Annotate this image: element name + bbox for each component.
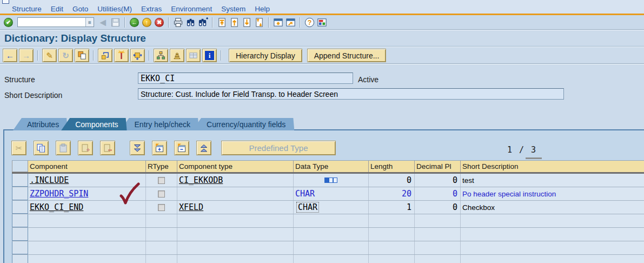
- collapse-button[interactable]: [174, 141, 189, 155]
- documentation-button[interactable]: i: [202, 49, 217, 62]
- display-change-button[interactable]: ✎: [42, 49, 57, 62]
- cell-component-type[interactable]: CI_EKKODB: [177, 174, 294, 187]
- expand-button[interactable]: [152, 141, 167, 155]
- table-row: .INCLUDE CI_EKKODB 0 0 test: [12, 174, 644, 187]
- short-description-input[interactable]: Structure: Cust. Include for Field Trans…: [138, 88, 564, 100]
- move-top-button[interactable]: [196, 141, 211, 155]
- row-selector[interactable]: [12, 201, 28, 214]
- menu-item-edit[interactable]: Edit: [51, 5, 63, 13]
- new-session-button[interactable]: [273, 17, 284, 28]
- header-rtype[interactable]: RType: [146, 161, 177, 172]
- cell-short-description: Checkbox: [461, 201, 644, 214]
- activate-button[interactable]: [114, 49, 129, 62]
- system-toolbar: ✔ ≡ ◀ ← ↑ ✖ ?: [0, 15, 644, 30]
- next-page-button[interactable]: [241, 17, 253, 28]
- first-page-button[interactable]: [216, 17, 228, 28]
- row-selector[interactable]: [12, 187, 28, 200]
- focused-cell-value[interactable]: CHAR: [296, 202, 319, 213]
- print-button[interactable]: [172, 17, 184, 28]
- save-button: [110, 17, 121, 28]
- cell-empty: [369, 228, 415, 241]
- select-block-button[interactable]: [130, 141, 145, 155]
- header-length[interactable]: Length: [369, 161, 415, 172]
- cell-empty: [146, 255, 177, 263]
- previous-page-button[interactable]: [229, 17, 240, 28]
- cell-empty: [28, 228, 146, 241]
- row-selector[interactable]: [12, 255, 28, 263]
- cell-empty: [415, 214, 461, 227]
- cell-data-type[interactable]: CHAR: [294, 201, 369, 214]
- nav-back-button[interactable]: ←: [3, 49, 17, 62]
- find-button[interactable]: [185, 17, 196, 28]
- row-selector[interactable]: [12, 214, 28, 227]
- title-bar: Dictionary: Display Structure: [0, 31, 644, 47]
- create-shortcut-button[interactable]: [285, 17, 296, 28]
- table-row-empty: [12, 241, 644, 255]
- hierarchy-button[interactable]: [154, 49, 168, 62]
- back-button[interactable]: ←: [129, 17, 140, 28]
- menu-item-help[interactable]: Help: [255, 5, 270, 13]
- stack-icon: [172, 50, 182, 61]
- table-row: EKKO_CI_END XFELD CHAR 1 0 Checkbox: [12, 201, 644, 214]
- header-data-type[interactable]: Data Type: [294, 161, 369, 172]
- header-short-description[interactable]: Short Description: [461, 161, 644, 172]
- table-row-empty: [12, 214, 644, 228]
- window-icon: [2, 0, 9, 4]
- menu-item-system[interactable]: System: [221, 5, 245, 13]
- print-icon: [173, 17, 183, 28]
- menu-item-extras[interactable]: Extras: [141, 5, 162, 13]
- select-all-header[interactable]: [12, 161, 28, 172]
- table-header-row: Component RType Component type Data Type…: [12, 160, 644, 174]
- tab-entry-help-check[interactable]: Entry help/check: [121, 118, 200, 130]
- cell-component-type[interactable]: XFELD: [177, 201, 294, 214]
- where-used-icon: [132, 50, 143, 61]
- find-next-button[interactable]: [197, 17, 209, 28]
- row-selector[interactable]: [12, 174, 28, 187]
- header-component[interactable]: Component: [28, 161, 146, 172]
- where-used-button[interactable]: [130, 49, 145, 62]
- help-button[interactable]: ?: [304, 17, 315, 28]
- rtype-checkbox[interactable]: [158, 204, 165, 211]
- rtype-checkbox[interactable]: [158, 177, 165, 184]
- cell-empty: [369, 241, 415, 254]
- enter-button[interactable]: ✔: [3, 17, 14, 28]
- header-decimal-pl[interactable]: Decimal Pl: [415, 161, 461, 172]
- menu-item-utilities[interactable]: Utilities(M): [97, 5, 132, 13]
- tab-attributes[interactable]: Attributes: [13, 118, 68, 130]
- menu-item-environment[interactable]: Environment: [171, 5, 212, 13]
- menu-item-structure[interactable]: Structure: [12, 5, 42, 13]
- cancel-button[interactable]: ✖: [154, 17, 165, 28]
- menu-item-goto[interactable]: Goto: [72, 5, 88, 13]
- insert-row-button: [78, 141, 93, 155]
- command-input[interactable]: ≡: [17, 17, 94, 27]
- menu-bar: Structure Edit Goto Utilities(M) Extras …: [0, 4, 644, 14]
- exit-button[interactable]: ↑: [141, 17, 152, 28]
- command-dropdown-icon[interactable]: ≡: [85, 18, 94, 27]
- scroll-position-bar[interactable]: [526, 157, 542, 159]
- switch-edit-icon: [100, 50, 110, 61]
- toolbar-separator: [268, 17, 269, 28]
- cell-data-type[interactable]: CHAR: [294, 187, 369, 200]
- toolbar-separator: [149, 50, 150, 61]
- tab-currency-quantity-fields[interactable]: Currency/quantity fields: [192, 118, 294, 130]
- header-component-type[interactable]: Component type: [177, 161, 294, 172]
- predefined-type-button[interactable]: Predefined Type: [221, 141, 336, 155]
- switch-edit-button[interactable]: [98, 49, 112, 62]
- stack-button[interactable]: [170, 49, 184, 62]
- last-page-button[interactable]: [254, 17, 265, 28]
- cell-empty: [146, 214, 177, 227]
- append-structure-button[interactable]: Append Structure...: [307, 49, 387, 62]
- tab-components[interactable]: Components: [61, 118, 127, 130]
- copy-button[interactable]: [75, 49, 89, 62]
- row-selector[interactable]: [12, 241, 28, 254]
- hierarchy-display-button[interactable]: Hierarchy Display: [229, 49, 302, 62]
- cell-empty: [28, 255, 146, 263]
- copy-rows-button[interactable]: [34, 141, 49, 155]
- row-selector[interactable]: [12, 228, 28, 241]
- rtype-checkbox[interactable]: [158, 190, 165, 198]
- structure-input[interactable]: EKKO_CI: [138, 73, 353, 84]
- customize-layout-icon: [317, 17, 327, 28]
- cell-empty: [177, 241, 294, 254]
- cell-component-type[interactable]: [177, 187, 294, 200]
- customize-layout-button[interactable]: [316, 17, 328, 28]
